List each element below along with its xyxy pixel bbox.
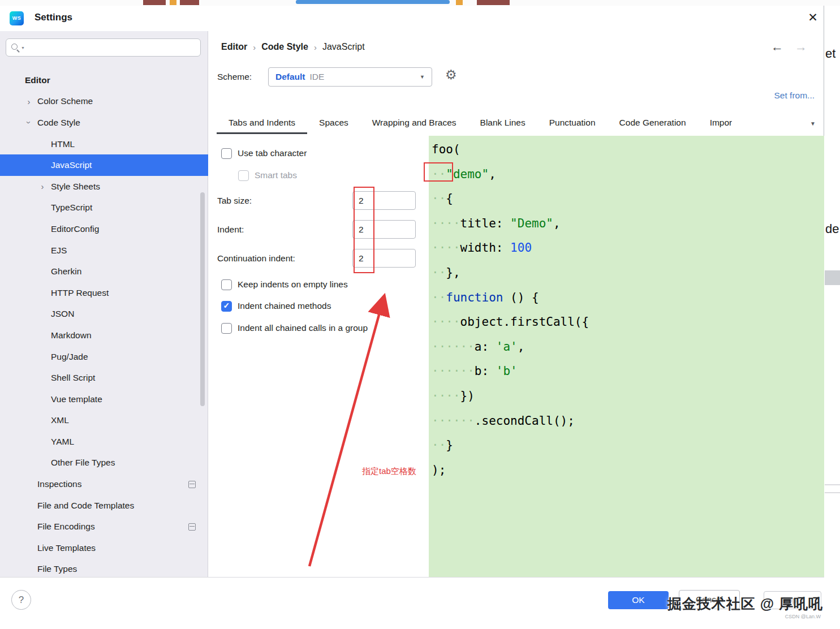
- breadcrumb-item-code-style[interactable]: Code Style: [261, 42, 308, 52]
- sidebar-item-label: Gherkin: [51, 266, 81, 277]
- watermark-text: 掘金技术社区 @ 厚吼吼: [653, 594, 823, 613]
- background-fragment: [296, 0, 450, 4]
- chevron-collapsed-icon[interactable]: ›: [25, 97, 33, 106]
- sidebar-item-label: EJS: [51, 245, 67, 256]
- window-title: Settings: [35, 12, 72, 23]
- sidebar-item-shell-script[interactable]: ›Shell Script: [0, 367, 208, 389]
- tab-blank-lines[interactable]: Blank Lines: [468, 113, 537, 134]
- scheme-gear-icon[interactable]: ⚙: [445, 67, 457, 83]
- sidebar-item-typescript[interactable]: ›TypeScript: [0, 197, 208, 219]
- tab-overflow-chevron-icon[interactable]: ▼: [810, 120, 816, 127]
- whitespace-dots: ··: [432, 291, 446, 304]
- forward-arrow-icon[interactable]: →: [795, 40, 807, 54]
- code-line: ··},: [432, 261, 824, 286]
- sidebar-item-file-encodings[interactable]: ›File Encodings: [0, 516, 208, 537]
- settings-search-box[interactable]: ▼: [6, 38, 201, 57]
- tab-wrapping-and-braces[interactable]: Wrapping and Braces: [360, 113, 468, 134]
- sidebar-item-ejs[interactable]: ›EJS: [0, 240, 208, 261]
- sidebar-item-label: File and Code Templates: [37, 501, 134, 511]
- tab-punctuation[interactable]: Punctuation: [537, 113, 608, 134]
- breadcrumb-item-editor[interactable]: Editor: [221, 42, 247, 52]
- set-from-link[interactable]: Set from...: [774, 91, 815, 101]
- checkbox-label: Smart tabs: [255, 170, 297, 180]
- back-arrow-icon[interactable]: ←: [771, 40, 783, 54]
- sidebar-item-label: Style Sheets: [51, 182, 100, 192]
- breadcrumb-item-javascript[interactable]: JavaScript: [322, 42, 365, 52]
- sidebar-item-code-style[interactable]: ›Code Style: [0, 112, 208, 133]
- sidebar-item-live-templates[interactable]: ›Live Templates: [0, 537, 208, 559]
- code-line: ······b: 'b': [432, 359, 824, 384]
- annotation-rect-inputs: [354, 187, 374, 273]
- code-line: ··}: [432, 433, 824, 458]
- scheme-selected-value: Default: [275, 72, 305, 82]
- sidebar-item-gherkin[interactable]: ›Gherkin: [0, 261, 208, 282]
- checkbox-box[interactable]: [221, 279, 232, 290]
- sidebar-item-other-file-types[interactable]: ›Other File Types: [0, 453, 208, 474]
- sidebar-item-color-scheme[interactable]: ›Color Scheme: [0, 91, 208, 113]
- external-config-icon: [188, 481, 196, 488]
- whitespace-dots: ··: [432, 192, 446, 205]
- sidebar-item-label: EditorConfig: [51, 224, 99, 234]
- background-fragment: [170, 0, 176, 5]
- close-button[interactable]: ✕: [804, 9, 821, 26]
- sidebar-item-label: JSON: [51, 309, 74, 319]
- watermark-subtext: CSDN @Lan.W: [653, 614, 821, 619]
- checkbox-box[interactable]: [221, 148, 232, 159]
- search-input[interactable]: [28, 43, 195, 53]
- chevron-expanded-icon[interactable]: ›: [24, 119, 34, 127]
- code-token: }): [460, 389, 475, 403]
- background-browser-strip: [0, 0, 840, 6]
- code-line: ······.secondCall();: [432, 409, 824, 434]
- sidebar-item-editorconfig[interactable]: ›EditorConfig: [0, 218, 208, 240]
- checkbox-box[interactable]: [238, 170, 249, 181]
- tab-spaces[interactable]: Spaces: [307, 113, 360, 134]
- annotation-note: 指定tab空格数: [362, 466, 416, 477]
- sidebar-item-html[interactable]: ›HTML: [0, 133, 208, 155]
- code-token: );: [432, 463, 446, 477]
- sidebar-item-json[interactable]: ›JSON: [0, 304, 208, 325]
- search-history-chevron-icon[interactable]: ▼: [21, 46, 25, 50]
- sidebar-item-yaml[interactable]: ›YAML: [0, 431, 208, 453]
- checkbox-smart-tabs[interactable]: Smart tabs: [238, 170, 297, 181]
- whitespace-dots: ····: [432, 389, 460, 403]
- code-token: foo(: [432, 143, 460, 156]
- code-line: ····}): [432, 384, 824, 409]
- scheme-dropdown[interactable]: Default IDE ▼: [268, 67, 432, 87]
- tab-code-generation[interactable]: Code Generation: [608, 113, 698, 134]
- code-token: },: [446, 266, 460, 279]
- background-fragment: [456, 0, 463, 5]
- code-line: );: [432, 458, 824, 483]
- sidebar-item-label: XML: [51, 415, 69, 425]
- code-line: ····title: "Demo",: [432, 212, 824, 236]
- help-button[interactable]: ?: [11, 590, 31, 610]
- sidebar-item-file-and-code-templates[interactable]: ›File and Code Templates: [0, 495, 208, 516]
- sidebar-item-http-request[interactable]: ›HTTP Request: [0, 282, 208, 304]
- checkbox-use-tab-character[interactable]: Use tab character: [221, 148, 307, 159]
- external-config-icon: [188, 523, 196, 531]
- breadcrumb: Editor›Code Style›JavaScript: [221, 42, 365, 52]
- sidebar-item-xml[interactable]: ›XML: [0, 410, 208, 432]
- scheme-label: Scheme:: [217, 67, 252, 87]
- sidebar-item-markdown[interactable]: ›Markdown: [0, 325, 208, 346]
- code-token: b:: [475, 364, 496, 378]
- chevron-collapsed-icon[interactable]: ›: [38, 182, 46, 191]
- sidebar-item-inspections[interactable]: ›Inspections: [0, 473, 208, 495]
- sidebar-item-style-sheets[interactable]: ›Style Sheets: [0, 176, 208, 197]
- sidebar-item-editor[interactable]: Editor: [0, 70, 208, 91]
- tab-impor[interactable]: Impor: [698, 113, 733, 134]
- tab-tabs-and-indents[interactable]: Tabs and Indents: [217, 113, 307, 134]
- sidebar-item-label: Vue template: [51, 394, 102, 404]
- code-token: ,: [518, 340, 525, 354]
- scheme-suffix: IDE: [310, 72, 325, 82]
- scrollbar-thumb[interactable]: [200, 192, 205, 406]
- checkbox-indent-chained-methods[interactable]: Indent chained methods: [221, 300, 331, 312]
- sidebar-item-pug-jade[interactable]: ›Pug/Jade: [0, 346, 208, 368]
- code-token: a:: [475, 340, 496, 354]
- code-token: "Demo": [510, 217, 553, 230]
- checkbox-box[interactable]: [221, 323, 232, 334]
- checkbox-keep-indents-on-empty-lines[interactable]: Keep indents on empty lines: [221, 279, 348, 290]
- sidebar-item-javascript[interactable]: ›JavaScript: [0, 154, 208, 176]
- checkbox-indent-all-chained-calls[interactable]: Indent all chained calls in a group: [221, 322, 368, 334]
- checkbox-box[interactable]: [221, 301, 232, 312]
- sidebar-item-vue-template[interactable]: ›Vue template: [0, 389, 208, 410]
